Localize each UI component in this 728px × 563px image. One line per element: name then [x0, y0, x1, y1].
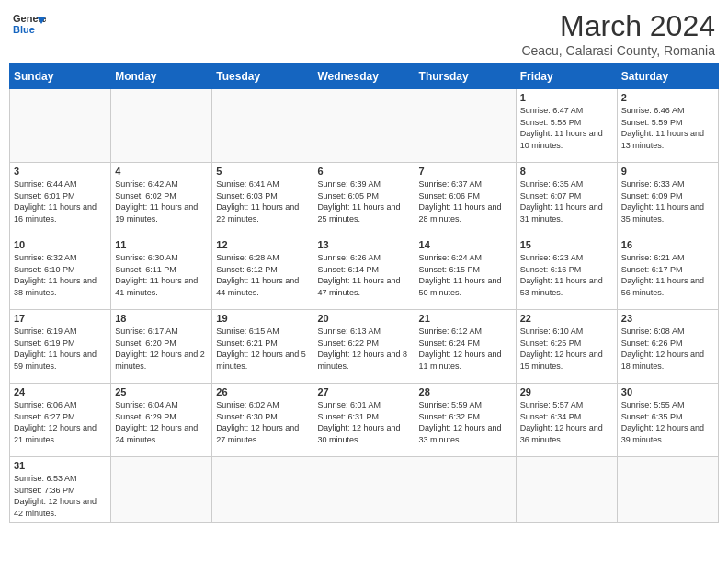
- table-row: [111, 89, 212, 163]
- calendar-title: March 2024: [521, 9, 715, 43]
- table-row: 23Sunrise: 6:08 AM Sunset: 6:26 PM Dayli…: [617, 310, 718, 384]
- table-row: [516, 457, 617, 523]
- day-number: 30: [621, 386, 714, 397]
- table-row: 10Sunrise: 6:32 AM Sunset: 6:10 PM Dayli…: [10, 236, 111, 310]
- day-info: Sunrise: 6:10 AM Sunset: 6:25 PM Dayligh…: [520, 326, 613, 372]
- table-row: [313, 89, 415, 163]
- header-friday: Friday: [516, 64, 617, 89]
- day-info: Sunrise: 6:17 AM Sunset: 6:20 PM Dayligh…: [115, 326, 208, 372]
- day-number: 2: [621, 92, 714, 103]
- header: General Blue March 2024 Ceacu, Calarasi …: [9, 9, 719, 58]
- table-row: 11Sunrise: 6:30 AM Sunset: 6:11 PM Dayli…: [111, 236, 212, 310]
- logo: General Blue: [13, 9, 46, 37]
- day-number: 25: [115, 386, 208, 397]
- table-row: [415, 457, 516, 523]
- day-info: Sunrise: 5:57 AM Sunset: 6:34 PM Dayligh…: [520, 399, 613, 445]
- day-number: 15: [520, 239, 613, 250]
- day-info: Sunrise: 6:26 AM Sunset: 6:14 PM Dayligh…: [317, 252, 410, 298]
- table-row: [617, 457, 718, 523]
- table-row: 13Sunrise: 6:26 AM Sunset: 6:14 PM Dayli…: [313, 236, 415, 310]
- calendar-week-row: 31Sunrise: 6:53 AM Sunset: 7:36 PM Dayli…: [10, 457, 719, 523]
- day-info: Sunrise: 6:46 AM Sunset: 5:59 PM Dayligh…: [621, 105, 714, 151]
- table-row: 4Sunrise: 6:42 AM Sunset: 6:02 PM Daylig…: [111, 163, 212, 236]
- header-tuesday: Tuesday: [212, 64, 313, 89]
- table-row: 28Sunrise: 5:59 AM Sunset: 6:32 PM Dayli…: [415, 384, 516, 457]
- day-number: 1: [520, 92, 613, 103]
- table-row: 27Sunrise: 6:01 AM Sunset: 6:31 PM Dayli…: [313, 384, 415, 457]
- day-number: 16: [621, 239, 714, 250]
- table-row: 9Sunrise: 6:33 AM Sunset: 6:09 PM Daylig…: [617, 163, 718, 236]
- day-number: 5: [216, 166, 309, 177]
- day-number: 8: [520, 166, 613, 177]
- table-row: [313, 457, 415, 523]
- day-number: 20: [317, 313, 410, 324]
- header-wednesday: Wednesday: [313, 64, 415, 89]
- table-row: 6Sunrise: 6:39 AM Sunset: 6:05 PM Daylig…: [313, 163, 415, 236]
- day-info: Sunrise: 6:02 AM Sunset: 6:30 PM Dayligh…: [216, 399, 309, 445]
- table-row: 22Sunrise: 6:10 AM Sunset: 6:25 PM Dayli…: [516, 310, 617, 384]
- table-row: [212, 89, 313, 163]
- day-info: Sunrise: 6:35 AM Sunset: 6:07 PM Dayligh…: [520, 178, 613, 224]
- day-number: 28: [419, 386, 512, 397]
- header-thursday: Thursday: [415, 64, 516, 89]
- day-number: 17: [14, 313, 107, 324]
- table-row: 19Sunrise: 6:15 AM Sunset: 6:21 PM Dayli…: [212, 310, 313, 384]
- table-row: 24Sunrise: 6:06 AM Sunset: 6:27 PM Dayli…: [10, 384, 111, 457]
- table-row: [415, 89, 516, 163]
- day-info: Sunrise: 6:08 AM Sunset: 6:26 PM Dayligh…: [621, 326, 714, 372]
- table-row: 5Sunrise: 6:41 AM Sunset: 6:03 PM Daylig…: [212, 163, 313, 236]
- day-info: Sunrise: 6:32 AM Sunset: 6:10 PM Dayligh…: [14, 252, 107, 298]
- table-row: 30Sunrise: 5:55 AM Sunset: 6:35 PM Dayli…: [617, 384, 718, 457]
- header-sunday: Sunday: [10, 64, 111, 89]
- day-number: 9: [621, 166, 714, 177]
- table-row: 3Sunrise: 6:44 AM Sunset: 6:01 PM Daylig…: [10, 163, 111, 236]
- day-info: Sunrise: 6:39 AM Sunset: 6:05 PM Dayligh…: [317, 178, 410, 224]
- day-info: Sunrise: 6:21 AM Sunset: 6:17 PM Dayligh…: [621, 252, 714, 298]
- table-row: 7Sunrise: 6:37 AM Sunset: 6:06 PM Daylig…: [415, 163, 516, 236]
- title-area: March 2024 Ceacu, Calarasi County, Roman…: [521, 9, 715, 58]
- table-row: 2Sunrise: 6:46 AM Sunset: 5:59 PM Daylig…: [617, 89, 718, 163]
- day-info: Sunrise: 6:41 AM Sunset: 6:03 PM Dayligh…: [216, 178, 309, 224]
- day-number: 18: [115, 313, 208, 324]
- day-info: Sunrise: 6:13 AM Sunset: 6:22 PM Dayligh…: [317, 326, 410, 372]
- table-row: 25Sunrise: 6:04 AM Sunset: 6:29 PM Dayli…: [111, 384, 212, 457]
- table-row: 18Sunrise: 6:17 AM Sunset: 6:20 PM Dayli…: [111, 310, 212, 384]
- table-row: 20Sunrise: 6:13 AM Sunset: 6:22 PM Dayli…: [313, 310, 415, 384]
- day-info: Sunrise: 6:23 AM Sunset: 6:16 PM Dayligh…: [520, 252, 613, 298]
- generalblue-logo-icon: General Blue: [13, 9, 46, 37]
- day-info: Sunrise: 6:04 AM Sunset: 6:29 PM Dayligh…: [115, 399, 208, 445]
- table-row: [10, 89, 111, 163]
- day-number: 23: [621, 313, 714, 324]
- day-info: Sunrise: 6:15 AM Sunset: 6:21 PM Dayligh…: [216, 326, 309, 372]
- day-number: 7: [419, 166, 512, 177]
- day-info: Sunrise: 6:12 AM Sunset: 6:24 PM Dayligh…: [419, 326, 512, 372]
- table-row: 21Sunrise: 6:12 AM Sunset: 6:24 PM Dayli…: [415, 310, 516, 384]
- day-number: 21: [419, 313, 512, 324]
- day-info: Sunrise: 6:53 AM Sunset: 7:36 PM Dayligh…: [14, 473, 107, 519]
- day-info: Sunrise: 6:47 AM Sunset: 5:58 PM Dayligh…: [520, 105, 613, 151]
- table-row: 16Sunrise: 6:21 AM Sunset: 6:17 PM Dayli…: [617, 236, 718, 310]
- calendar-week-row: 24Sunrise: 6:06 AM Sunset: 6:27 PM Dayli…: [10, 384, 719, 457]
- calendar-subtitle: Ceacu, Calarasi County, Romania: [521, 43, 715, 58]
- day-info: Sunrise: 5:55 AM Sunset: 6:35 PM Dayligh…: [621, 399, 714, 445]
- table-row: 15Sunrise: 6:23 AM Sunset: 6:16 PM Dayli…: [516, 236, 617, 310]
- day-info: Sunrise: 6:37 AM Sunset: 6:06 PM Dayligh…: [419, 178, 512, 224]
- table-row: 12Sunrise: 6:28 AM Sunset: 6:12 PM Dayli…: [212, 236, 313, 310]
- day-info: Sunrise: 6:42 AM Sunset: 6:02 PM Dayligh…: [115, 178, 208, 224]
- day-number: 3: [14, 166, 107, 177]
- day-number: 6: [317, 166, 410, 177]
- calendar-table: Sunday Monday Tuesday Wednesday Thursday…: [9, 63, 719, 523]
- table-row: 1Sunrise: 6:47 AM Sunset: 5:58 PM Daylig…: [516, 89, 617, 163]
- calendar-week-row: 10Sunrise: 6:32 AM Sunset: 6:10 PM Dayli…: [10, 236, 719, 310]
- day-info: Sunrise: 6:30 AM Sunset: 6:11 PM Dayligh…: [115, 252, 208, 298]
- day-number: 29: [520, 386, 613, 397]
- day-info: Sunrise: 6:33 AM Sunset: 6:09 PM Dayligh…: [621, 178, 714, 224]
- day-number: 4: [115, 166, 208, 177]
- day-number: 26: [216, 386, 309, 397]
- calendar-week-row: 17Sunrise: 6:19 AM Sunset: 6:19 PM Dayli…: [10, 310, 719, 384]
- day-info: Sunrise: 6:24 AM Sunset: 6:15 PM Dayligh…: [419, 252, 512, 298]
- table-row: 26Sunrise: 6:02 AM Sunset: 6:30 PM Dayli…: [212, 384, 313, 457]
- weekday-header-row: Sunday Monday Tuesday Wednesday Thursday…: [10, 64, 719, 89]
- table-row: [111, 457, 212, 523]
- day-number: 19: [216, 313, 309, 324]
